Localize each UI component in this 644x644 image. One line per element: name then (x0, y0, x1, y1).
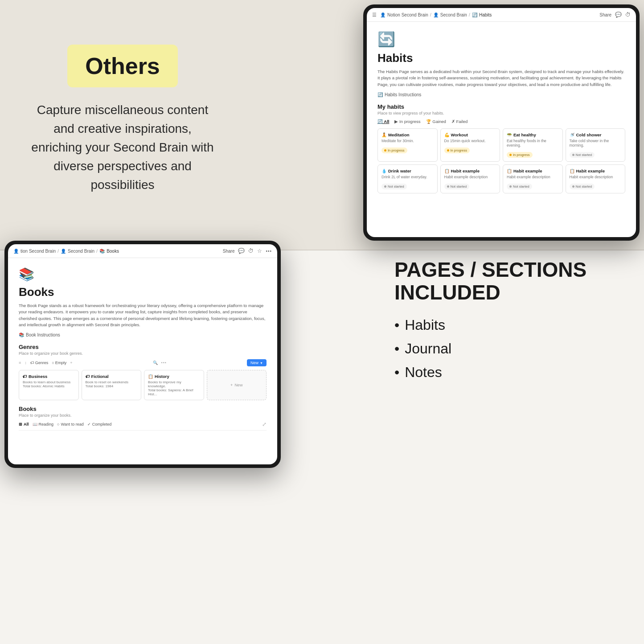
share-btn[interactable]: Share (599, 12, 611, 17)
habit-desc-example3: Habit example description (570, 175, 622, 179)
habit-status-example2: Not started (507, 184, 532, 189)
books-star-icon[interactable]: ☆ (257, 248, 262, 254)
breadcrumb-part1: 👤 (380, 12, 386, 17)
breadcrumb-notion: Notion Second Brain (387, 12, 428, 17)
breadcrumb-second: Second Brain (440, 12, 467, 17)
books-more-icon[interactable]: ••• (266, 249, 272, 254)
filter-gained[interactable]: 🏆 Gained (426, 119, 446, 124)
example2-icon: 📋 (507, 168, 512, 173)
completed-icon: ✓ (87, 422, 91, 427)
add-new-text: New (234, 383, 242, 387)
books-list-sub: Place to organize your books. (19, 413, 267, 418)
genre-card-fictional: 🏷 Fictional Book to reset on weekends To… (82, 370, 142, 400)
example3-icon: 📋 (570, 168, 575, 173)
genre-card-history: 📋 History Books to improve my knowledge.… (144, 370, 204, 400)
genre-title-history: 📋 History (148, 374, 200, 379)
status-dot (509, 154, 512, 156)
filter-inprogress[interactable]: ▶ In progress (394, 119, 420, 124)
pages-item-journal: Journal (394, 340, 617, 357)
habit-desc-eat-healthy: Eat healthy foods in the evening. (507, 139, 559, 148)
habits-page-desc: The Habits Page serves as a dedicated hu… (377, 69, 625, 88)
habit-title-example3: 📋 Habit example (570, 168, 622, 173)
books-breadcrumb: 👤 tion Second Brain / 👤 Second Brain / 📚… (13, 248, 221, 254)
status-dot (384, 149, 386, 152)
genre-card-add-new[interactable]: + New (207, 370, 267, 400)
comment-icon[interactable]: 💬 (615, 12, 622, 18)
genres-section-sub: Place to organize your book genres. (19, 351, 267, 356)
pages-item-habits: Habits (394, 317, 617, 333)
genres-add-btn[interactable]: + (70, 361, 72, 365)
notes-list-text: Notes (405, 364, 442, 381)
books-filter-all[interactable]: ⊞ All (19, 422, 29, 427)
habits-breadcrumb: 👤 Notion Second Brain / 👤 Second Brain /… (372, 12, 598, 18)
genre-desc-history: Books to improve my knowledge. (148, 380, 200, 388)
habits-link-text: Habits Instructions (385, 92, 421, 97)
right-panel: PAGES / SECTIONS INCLUDED Habits Journal… (394, 258, 617, 388)
habit-status-meditation: In progress (381, 148, 407, 153)
books-actions: Share 💬 ⏱ ☆ ••• (223, 248, 272, 254)
habit-card-meditation: 🧘 Meditation Meditate for 30min. In prog… (377, 128, 438, 162)
genre-title-fictional: 🏷 Fictional (86, 374, 138, 379)
genre-desc-fictional: Book to reset on weekends (86, 380, 138, 384)
books-page-title: Books (19, 285, 267, 299)
books-filter-completed[interactable]: ✓ Completed (87, 422, 112, 427)
habit-card-drink-water: 💧 Drink water Drink 2L of water everyday… (377, 164, 438, 193)
habit-title-eat-healthy: 🥗 Eat healthy (507, 132, 559, 137)
habit-desc-example2: Habit example description (507, 175, 559, 179)
status-dot (384, 185, 386, 188)
expand-icon[interactable]: ⤢ (262, 421, 267, 427)
books-breadcrumb-second: Second Brain (68, 249, 94, 254)
books-instructions-link[interactable]: 📚 Book Instructions (19, 332, 267, 337)
books-page-icon: 📚 (19, 267, 267, 282)
habit-card-example2: 📋 Habit example Habit example descriptio… (503, 164, 563, 193)
books-clock-icon[interactable]: ⏱ (248, 248, 254, 254)
books-filter-want-to-read[interactable]: ○ Want to read (57, 422, 84, 427)
workout-icon: 💪 (444, 132, 450, 137)
books-breadcrumb-icon: 📚 (99, 249, 105, 254)
books-sep1: / (57, 248, 59, 254)
habit-desc-workout: Do 15min quick workout. (444, 139, 496, 143)
status-dot (447, 185, 449, 188)
drink-water-icon: 💧 (381, 168, 387, 173)
habit-card-example1: 📋 Habit example Habit example descriptio… (440, 164, 500, 193)
habits-page-icon: 🔄 (377, 31, 625, 48)
want-to-read-icon: ○ (57, 422, 59, 427)
breadcrumb-habits: Habits (479, 12, 492, 17)
habits-instructions-link[interactable]: 🔄 Habits Instructions (377, 92, 625, 97)
genres-filter-tag[interactable]: 🏷 Genres (30, 361, 49, 365)
genres-filter-empty[interactable]: ○ Empty (52, 361, 66, 365)
habit-status-cold-shower: Not started (570, 152, 595, 158)
habits-tablet-inner: 👤 Notion Second Brain / 👤 Second Brain /… (367, 8, 636, 237)
habits-filters: 🔄 All ▶ In progress 🏆 Gained ✗ Failed (377, 119, 625, 124)
breadcrumb-sep1: / (430, 12, 431, 17)
my-habits-sub: Place to view progress of your habits. (377, 111, 625, 115)
habits-list-text: Habits (405, 317, 445, 333)
habit-title-example1: 📋 Habit example (444, 168, 496, 173)
genres-filters-row: ≡ ↕ 🏷 Genres ○ Empty + 🔍 ••• New (19, 359, 267, 366)
genres-dots-icon[interactable]: ••• (161, 361, 167, 365)
genres-search-icon[interactable]: 🔍 (153, 361, 158, 365)
books-filter-reading[interactable]: 📖 Reading (33, 422, 54, 427)
clock-icon[interactable]: ⏱ (625, 12, 631, 18)
books-comment-icon[interactable]: 💬 (238, 248, 245, 254)
books-link-icon: 📚 (19, 332, 24, 337)
habit-desc-example1: Habit example description (444, 175, 496, 179)
business-tag-icon: 🏷 (23, 374, 27, 379)
habit-status-eat-healthy: In progress (507, 152, 533, 158)
meditation-icon: 🧘 (381, 132, 387, 137)
habit-title-drink-water: 💧 Drink water (381, 168, 434, 173)
habit-desc-drink-water: Drink 2L of water everyday. (381, 175, 434, 179)
books-page-desc: The Book Page stands as a robust framewo… (19, 303, 267, 328)
filter-all[interactable]: 🔄 All (377, 119, 389, 124)
new-genre-button[interactable]: New (247, 359, 267, 366)
books-breadcrumb-books: Books (107, 249, 119, 254)
books-tablet: 👤 tion Second Brain / 👤 Second Brain / 📚… (4, 241, 281, 468)
genre-card-business: 🏷 Business Books to learn about business… (19, 370, 79, 400)
filter-failed[interactable]: ✗ Failed (451, 119, 468, 124)
habit-card-cold-shower: 🚿 Cold shower Take cold shower in the mo… (566, 128, 626, 162)
genres-section-title: Genres (19, 344, 267, 350)
habit-desc-meditation: Meditate for 30min. (381, 139, 434, 143)
menu-icon[interactable] (372, 12, 377, 18)
books-share-btn[interactable]: Share (223, 249, 235, 254)
habits-actions: Share 💬 ⏱ (599, 12, 631, 18)
